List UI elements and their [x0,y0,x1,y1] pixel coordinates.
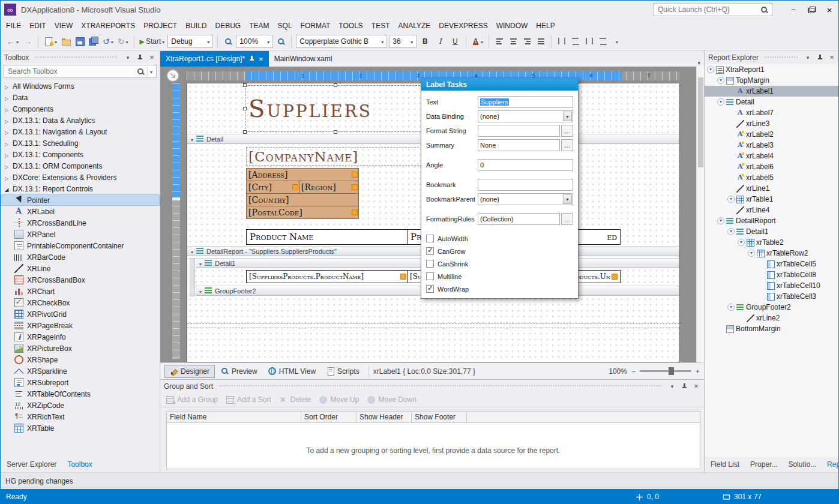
tree-item[interactable]: xrTable1 [705,194,839,205]
checkbox-icon[interactable] [426,247,434,255]
panel-tab[interactable]: Toolbox [62,457,97,472]
toolbox-group[interactable]: DX.13.1: Data & Analytics [1,115,160,126]
menu-item[interactable]: WINDOW [492,20,532,32]
toolbox-search-input[interactable]: Search Toolbox [4,65,157,78]
group-sort-toolbar-button[interactable]: Delete [280,395,311,404]
tree-item[interactable]: xrLine1 [705,183,839,194]
resize-handle[interactable] [243,107,247,110]
group-sort-toolbar-button[interactable]: Add a Sort [226,395,271,404]
navigate-forward-button[interactable] [22,35,34,48]
expander-icon[interactable] [738,239,745,246]
navigate-back-button[interactable] [5,35,20,48]
collapse-band-icon[interactable] [191,248,193,255]
tree-item[interactable]: xrLabel4 [705,151,839,161]
toolbox-item[interactable]: XRPictureBox [1,343,160,354]
tree-item[interactable]: GroupFooter2 [705,302,839,313]
menu-item[interactable]: TEST [367,20,394,32]
field-input[interactable]: (Collection) [478,213,560,225]
toolbox-item[interactable]: XRRichText [1,411,160,422]
checkbox-icon[interactable] [426,285,434,293]
align-left-button[interactable] [493,35,505,48]
view-button[interactable]: Preview [216,365,262,378]
tree-item[interactable]: BottomMargin [705,323,839,334]
group-sort-toolbar-button[interactable]: Add a Group [166,395,218,404]
expander-icon[interactable] [717,98,724,106]
align-center-button[interactable] [507,35,519,48]
menu-item[interactable]: PROJECT [139,20,181,32]
label-tasks-checkbox[interactable]: WordWrap [426,283,573,295]
address-cell[interactable]: [Address] [246,168,359,181]
close-icon[interactable] [692,382,700,391]
checkbox-icon[interactable] [426,235,434,242]
distribute-horizontal-button[interactable] [556,35,568,48]
save-button[interactable] [74,35,86,48]
menu-item[interactable]: FORMAT [296,20,335,32]
toolbox-item[interactable]: XRCrossBandBox [1,274,160,286]
tree-item[interactable]: xrLine4 [705,205,839,215]
menu-item[interactable]: HELP [532,20,559,32]
new-project-button[interactable] [43,35,58,48]
field-input[interactable] [478,125,560,137]
pin-button[interactable] [816,53,824,62]
dropdown-arrow-icon[interactable] [563,194,572,204]
column-header[interactable]: Show Footer [412,412,467,422]
menu-item[interactable]: TOOLS [334,20,367,32]
toolbox-item[interactable]: XRTable [1,422,160,434]
smart-tag-icon[interactable] [292,184,298,190]
document-tab[interactable]: XtraReport1.cs [Design]* [160,51,269,67]
tree-item[interactable]: xrTableCell10 [705,280,839,291]
toolbox-item[interactable]: XRPageBreak [1,320,160,331]
toolbox-item[interactable]: XRPanel [1,229,160,240]
menu-item[interactable]: DEVEXPRESS [435,20,492,32]
font-size-select[interactable]: 36 [389,35,416,48]
zoom-in-icon[interactable] [696,367,700,376]
toolbox-item[interactable]: XRSparkline [1,365,160,377]
toolbox-item[interactable]: XRTableOfContents [1,388,160,400]
zoom-slider[interactable] [640,370,691,372]
toolbox-item[interactable]: XRLabel [1,206,160,217]
group-sort-toolbar-button[interactable]: Move Up [319,395,359,404]
expander-icon[interactable] [717,77,724,84]
toolbar-overflow-button[interactable] [611,35,623,48]
dropdown-arrow-icon[interactable] [563,112,572,121]
panel-tab[interactable]: Proper... [745,457,782,472]
menu-item[interactable]: BUILD [181,20,211,32]
menu-item[interactable]: VIEW [50,20,77,32]
tree-item[interactable]: xrLabel1 [705,86,839,97]
label-tasks-checkbox[interactable]: Multiline [426,270,573,283]
tree-item[interactable]: xrLabel3 [705,140,839,151]
toolbox-group[interactable]: All Windows Forms [1,80,160,92]
panel-tab[interactable]: Field List [706,457,744,472]
close-icon[interactable] [828,53,836,62]
toolbox-item[interactable]: XRPivotGrid [1,308,160,320]
toolbox-group[interactable]: DX.13.1: Navigation & Layout [1,126,160,137]
open-file-button[interactable] [60,35,72,48]
tab-list-dropdown-icon[interactable] [694,58,704,67]
window-menu-icon[interactable] [668,382,676,391]
tree-item[interactable]: xrLabel5 [705,172,839,183]
postalcode-cell[interactable]: [PostalCode] [246,206,359,219]
selected-label-suppliers[interactable]: Suppliers [245,85,426,132]
view-button[interactable]: Scripts [322,365,364,378]
tree-item[interactable]: xrTableRow2 [705,248,839,259]
ellipsis-button[interactable] [561,125,573,137]
designer-vertical-scrollbar[interactable] [696,67,704,362]
collapse-band-icon[interactable] [199,260,202,267]
menu-item[interactable]: DEBUG [211,20,245,32]
group-sort-toolbar-button[interactable]: Move Down [367,395,416,404]
collapse-band-icon[interactable] [199,287,202,295]
toolbox-item[interactable]: XRCheckBox [1,297,160,308]
panel-tab[interactable]: Report... [822,457,839,472]
debug-configuration-select[interactable]: Debug [167,35,213,48]
toolbox-group[interactable]: Components [1,103,160,115]
menu-item[interactable]: EDIT [25,20,50,32]
field-input[interactable] [478,179,573,191]
expander-icon[interactable] [717,217,724,224]
resize-handle[interactable] [334,130,337,134]
panel-tab[interactable]: Solutio... [783,457,821,472]
toolbox-item[interactable]: XRBarCode [1,251,160,263]
view-button[interactable]: HTML View [263,365,320,378]
toolbox-group[interactable]: Data [1,92,160,103]
toolbox-group[interactable]: DXCore: Extensions & Providers [1,172,160,183]
bold-button[interactable]: B [418,35,432,48]
